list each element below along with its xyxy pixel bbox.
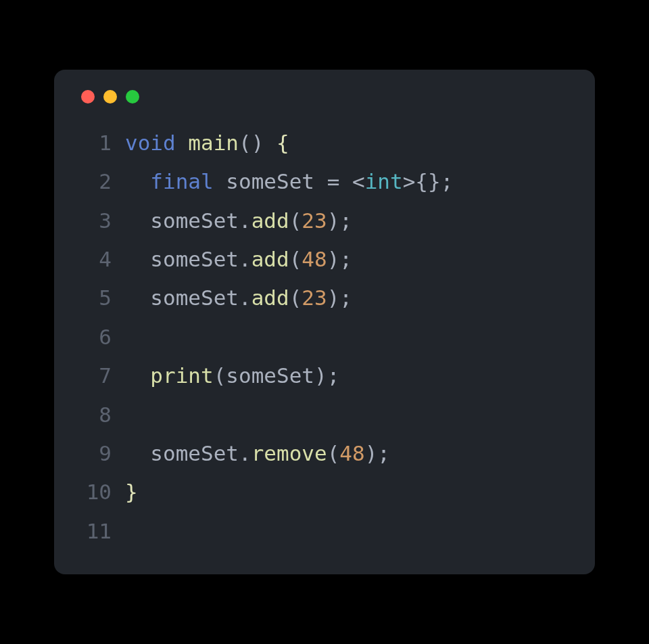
line-number: 10	[78, 473, 112, 511]
close-button[interactable]	[81, 90, 95, 104]
code-editor-window: 1void main() {2 final someSet = <int>{};…	[54, 70, 595, 574]
line-number: 4	[78, 240, 112, 279]
code-content: someSet.add(23);	[125, 202, 352, 240]
code-content: someSet.add(48);	[125, 240, 352, 279]
line-number: 5	[78, 279, 112, 317]
code-line: 11	[78, 512, 571, 551]
code-content: someSet.remove(48);	[125, 434, 390, 473]
code-content: void main() {	[125, 124, 289, 162]
code-content: someSet.add(23);	[125, 279, 352, 317]
code-line: 5 someSet.add(23);	[78, 279, 571, 317]
line-number: 9	[78, 434, 112, 473]
line-number: 7	[78, 356, 112, 395]
maximize-button[interactable]	[126, 90, 139, 104]
line-number: 8	[78, 396, 112, 434]
code-line: 3 someSet.add(23);	[78, 202, 571, 240]
window-controls	[78, 90, 571, 104]
code-content: final someSet = <int>{};	[125, 162, 453, 201]
code-line: 7 print(someSet);	[78, 356, 571, 395]
code-content: }	[125, 473, 138, 511]
line-number: 3	[78, 202, 112, 240]
code-line: 4 someSet.add(48);	[78, 240, 571, 279]
minimize-button[interactable]	[103, 90, 117, 104]
code-line: 6	[78, 318, 571, 356]
line-number: 6	[78, 318, 112, 356]
code-area[interactable]: 1void main() {2 final someSet = <int>{};…	[78, 124, 571, 551]
code-line: 10}	[78, 473, 571, 511]
code-line: 9 someSet.remove(48);	[78, 434, 571, 473]
code-content	[125, 396, 138, 434]
code-content	[125, 318, 138, 356]
code-line: 2 final someSet = <int>{};	[78, 162, 571, 201]
code-content: print(someSet);	[125, 356, 339, 395]
code-line: 8	[78, 396, 571, 434]
code-content	[125, 512, 138, 551]
line-number: 11	[78, 512, 112, 551]
code-line: 1void main() {	[78, 124, 571, 162]
line-number: 2	[78, 162, 112, 201]
line-number: 1	[78, 124, 112, 162]
